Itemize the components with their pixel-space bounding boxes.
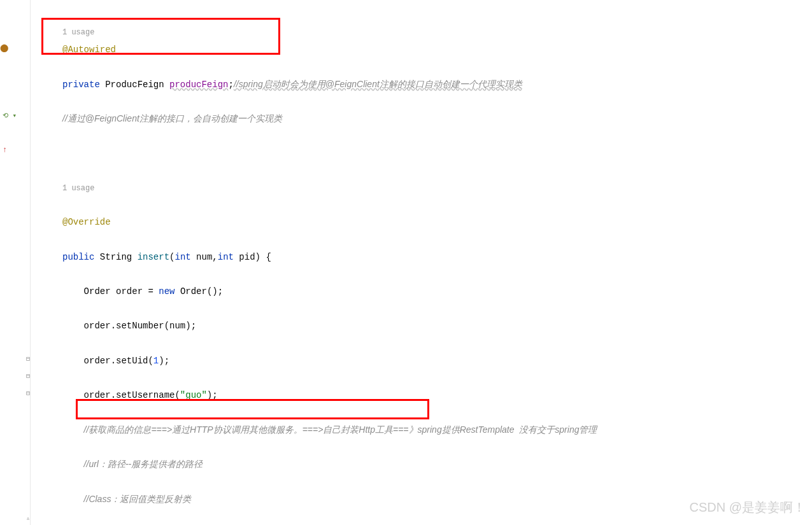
watermark: CSDN @是姜姜啊！ xyxy=(689,495,806,520)
code-line: order.setUid(1); xyxy=(38,353,812,370)
gutter-icons xyxy=(38,201,67,210)
code-line: @Override xyxy=(38,214,812,231)
usage-hint[interactable]: 1 usage xyxy=(38,184,94,193)
code-line: @Autowired xyxy=(38,41,812,59)
code-line: //url：路径--服务提供者的路径 xyxy=(38,456,812,473)
code-line: order.setUsername("guo"); xyxy=(38,387,812,404)
code-line: Order order = new Order(); xyxy=(38,283,812,300)
annotation: @Autowired xyxy=(62,45,116,55)
empty-line xyxy=(38,144,812,162)
code-line: order.setNumber(num); xyxy=(38,318,812,335)
code-line: public String insert(int num,int pid) { xyxy=(38,249,812,266)
code-line: //通过@FeignClient注解的接口，会自动创建一个实现类 xyxy=(38,110,812,127)
usage-hint[interactable]: 1 usage xyxy=(38,28,94,37)
code-line: //获取商品的信息===>通过HTTP协议调用其他微服务。===>自己封装Htt… xyxy=(38,421,812,438)
code-editor[interactable]: 1 usage @Autowired private ProducFeign p… xyxy=(0,0,812,525)
code-line: private ProducFeign producFeign;//spring… xyxy=(38,76,812,93)
